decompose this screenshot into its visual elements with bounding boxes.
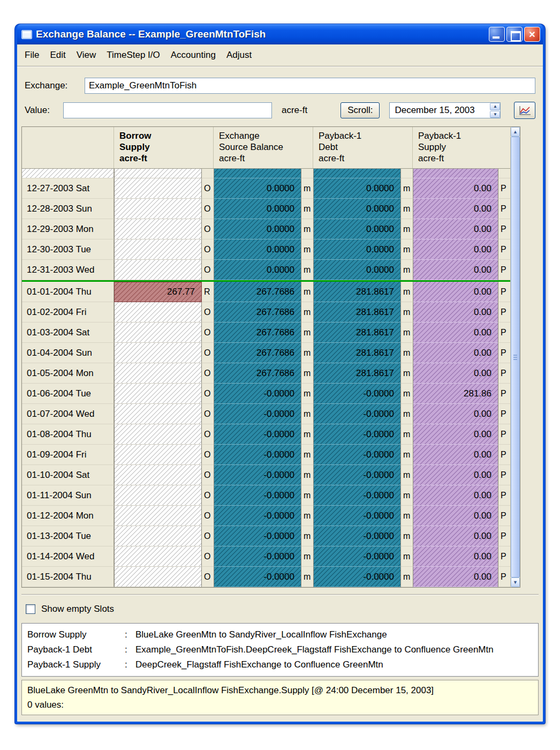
payback1-supply-cell[interactable]: 0.00 <box>413 526 498 546</box>
borrow-supply-cell[interactable] <box>114 343 202 363</box>
borrow-supply-cell[interactable] <box>114 424 202 445</box>
row-date[interactable]: 01-01-2004 Thu <box>22 282 114 302</box>
payback1-supply-cell[interactable]: 0.00 <box>413 363 498 384</box>
borrow-supply-cell[interactable] <box>114 567 202 587</box>
header-payback1-debt[interactable]: Payback-1 Debt acre-ft <box>313 127 413 168</box>
value-input[interactable] <box>63 102 272 118</box>
exchange-source-balance-cell[interactable]: -0.0000 <box>214 445 301 465</box>
exchange-source-balance-cell[interactable]: 267.7686 <box>214 282 301 302</box>
payback1-supply-cell[interactable]: 0.00 <box>413 546 498 567</box>
payback1-supply-cell[interactable]: 0.00 <box>413 178 498 199</box>
row-date[interactable]: 01-02-2004 Fri <box>22 302 114 322</box>
borrow-supply-cell[interactable] <box>114 526 202 546</box>
exchange-input[interactable] <box>85 78 535 94</box>
payback1-supply-cell[interactable]: 0.00 <box>413 199 498 219</box>
exchange-source-balance-cell[interactable]: 0.0000 <box>214 199 301 219</box>
payback1-debt-cell[interactable]: -0.0000 <box>313 445 401 465</box>
menu-accounting[interactable]: Accounting <box>165 47 221 63</box>
row-date[interactable]: 12-30-2003 Tue <box>22 239 114 260</box>
plot-button[interactable] <box>514 102 535 119</box>
row-date[interactable]: 01-04-2004 Sun <box>22 343 114 363</box>
row-date[interactable]: 01-11-2004 Sun <box>22 485 114 506</box>
exchange-source-balance-cell[interactable]: -0.0000 <box>214 526 301 546</box>
date-spinbox[interactable]: December 15, 2003 ▲ ▼ <box>389 102 501 118</box>
exchange-source-balance-cell[interactable]: -0.0000 <box>214 404 301 424</box>
borrow-supply-cell[interactable] <box>114 384 202 404</box>
date-spin-down-button[interactable]: ▼ <box>490 111 500 118</box>
borrow-supply-cell[interactable] <box>114 485 202 506</box>
payback1-supply-cell[interactable]: 0.00 <box>413 404 498 424</box>
borrow-supply-cell[interactable] <box>114 178 202 199</box>
header-borrow-supply[interactable]: Borrow Supply acre-ft <box>114 127 214 168</box>
exchange-source-balance-cell[interactable]: -0.0000 <box>214 485 301 506</box>
payback1-debt-cell[interactable]: -0.0000 <box>313 567 401 587</box>
payback1-supply-cell[interactable]: 0.00 <box>413 239 498 260</box>
payback1-supply-cell[interactable]: 0.00 <box>413 465 498 485</box>
row-date[interactable]: 01-06-2004 Tue <box>22 384 114 404</box>
payback1-supply-cell[interactable]: 0.00 <box>413 424 498 445</box>
payback1-debt-cell[interactable]: 0.0000 <box>313 178 401 199</box>
payback1-debt-cell[interactable]: 0.0000 <box>313 260 401 280</box>
borrow-supply-cell[interactable]: 267.77 <box>114 282 202 302</box>
vertical-scrollbar[interactable]: ▲ ▼ <box>510 127 520 587</box>
payback1-supply-cell[interactable]: 0.00 <box>413 282 498 302</box>
row-date[interactable]: 01-15-2004 Thu <box>22 567 114 587</box>
close-button[interactable]: ✕ <box>524 27 540 42</box>
payback1-supply-cell[interactable]: 0.00 <box>413 322 498 343</box>
borrow-supply-cell[interactable] <box>114 506 202 526</box>
borrow-supply-cell[interactable] <box>114 239 202 260</box>
payback1-debt-cell[interactable]: 281.8617 <box>313 363 401 384</box>
exchange-source-balance-cell[interactable]: 0.0000 <box>214 178 301 199</box>
exchange-source-balance-cell[interactable]: 267.7686 <box>214 343 301 363</box>
exchange-source-balance-cell[interactable]: -0.0000 <box>214 384 301 404</box>
scroll-up-icon[interactable]: ▲ <box>511 127 520 137</box>
scroll-down-icon[interactable]: ▼ <box>511 578 520 587</box>
borrow-supply-cell[interactable] <box>114 302 202 322</box>
payback1-debt-cell[interactable]: -0.0000 <box>313 404 401 424</box>
payback1-debt-cell[interactable]: -0.0000 <box>313 465 401 485</box>
row-date[interactable]: 12-29-2003 Mon <box>22 219 114 239</box>
scrollbar-thumb[interactable] <box>511 137 520 578</box>
row-date[interactable]: 01-13-2004 Tue <box>22 526 114 546</box>
payback1-supply-cell[interactable]: 0.00 <box>413 445 498 465</box>
exchange-source-balance-cell[interactable]: -0.0000 <box>214 546 301 567</box>
payback1-supply-cell[interactable]: 0.00 <box>413 567 498 587</box>
minimize-button[interactable] <box>489 27 505 42</box>
payback1-supply-cell[interactable]: 0.00 <box>413 485 498 506</box>
payback1-debt-cell[interactable]: 281.8617 <box>313 302 401 322</box>
row-date[interactable]: 01-12-2004 Mon <box>22 506 114 526</box>
exchange-source-balance-cell[interactable]: -0.0000 <box>214 465 301 485</box>
payback1-debt-cell[interactable]: -0.0000 <box>313 424 401 445</box>
payback1-debt-cell[interactable]: -0.0000 <box>313 384 401 404</box>
menu-view[interactable]: View <box>71 47 102 63</box>
payback1-debt-cell[interactable]: 0.0000 <box>313 219 401 239</box>
maximize-button[interactable] <box>506 27 523 42</box>
payback1-supply-cell[interactable]: 0.00 <box>413 219 498 239</box>
payback1-debt-cell[interactable]: 281.8617 <box>313 343 401 363</box>
menu-file[interactable]: File <box>19 47 44 63</box>
payback1-supply-cell[interactable]: 0.00 <box>413 506 498 526</box>
payback1-supply-cell[interactable]: 0.00 <box>413 260 498 280</box>
header-exchange-source-balance[interactable]: Exchange Source Balance acre-ft <box>214 127 313 168</box>
borrow-supply-cell[interactable] <box>114 404 202 424</box>
borrow-supply-cell[interactable] <box>114 219 202 239</box>
show-empty-slots-checkbox[interactable] <box>26 604 35 614</box>
payback1-debt-cell[interactable]: 281.8617 <box>313 282 401 302</box>
exchange-source-balance-cell[interactable]: 267.7686 <box>214 363 301 384</box>
payback1-supply-cell[interactable]: 281.86 <box>413 384 498 404</box>
row-date[interactable]: 01-14-2004 Wed <box>22 546 114 567</box>
scroll-button[interactable]: Scroll: <box>340 102 380 118</box>
row-date[interactable]: 01-10-2004 Sat <box>22 465 114 485</box>
title-bar[interactable]: Exchange Balance -- Example_GreenMtnToFi… <box>17 24 543 44</box>
header-payback1-supply[interactable]: Payback-1 Supply acre-ft <box>413 127 510 168</box>
borrow-supply-cell[interactable] <box>114 199 202 219</box>
exchange-source-balance-cell[interactable]: 0.0000 <box>214 260 301 280</box>
date-spin-up-button[interactable]: ▲ <box>490 103 500 110</box>
exchange-source-balance-cell[interactable]: 267.7686 <box>214 302 301 322</box>
row-date[interactable]: 01-07-2004 Wed <box>22 404 114 424</box>
exchange-source-balance-cell[interactable]: 267.7686 <box>214 322 301 343</box>
payback1-supply-cell[interactable]: 0.00 <box>413 343 498 363</box>
borrow-supply-cell[interactable] <box>114 363 202 384</box>
row-date[interactable]: 12-28-2003 Sun <box>22 199 114 219</box>
payback1-debt-cell[interactable]: -0.0000 <box>313 506 401 526</box>
